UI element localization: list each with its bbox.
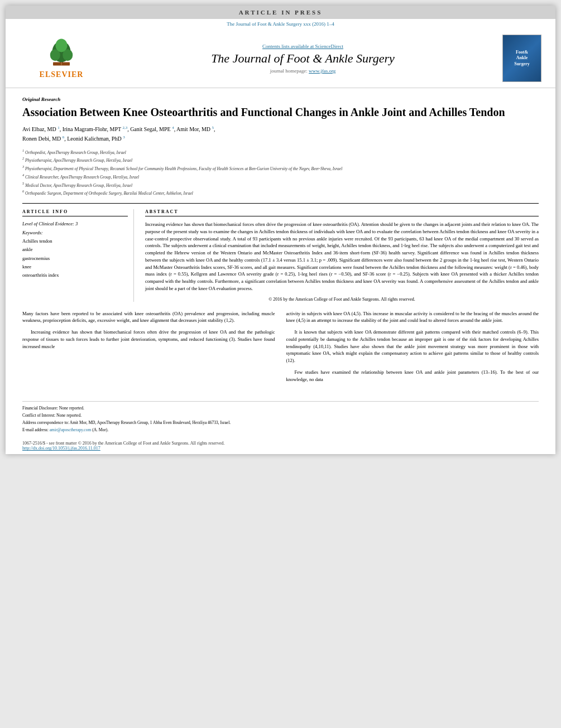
cover-text-line1: Foot& Ankle Surgery bbox=[514, 50, 530, 67]
body-column-1: Many factors have been reported to be as… bbox=[22, 310, 275, 388]
journal-header-center: Contents lists available at ScienceDirec… bbox=[106, 41, 500, 76]
article-section-label: Original Research bbox=[22, 97, 539, 102]
journal-ref-text: The Journal of Foot & Ankle Surgery xxx … bbox=[227, 21, 334, 27]
keywords-list: Achilles tendon ankle gastrocnemius knee… bbox=[22, 237, 128, 279]
banner-text: ARTICLE IN PRESS bbox=[239, 9, 323, 16]
body-para-3: activity in subjects with knee OA (4,5).… bbox=[286, 310, 539, 325]
address-correspondence: Address correspondence to: Amit Mor, MD,… bbox=[22, 420, 539, 426]
footer-issn: 1067-2516/$ - see front matter © 2016 by… bbox=[22, 441, 224, 451]
email-line: E-mail address: amir@aposctherapy.com (A… bbox=[22, 427, 539, 433]
keyword-4: knee bbox=[22, 263, 128, 271]
conflict-of-interest: Conflict of Interest: None reported. bbox=[22, 412, 539, 419]
affiliations: 1 Orthopedist, AposTherapy Research Grou… bbox=[22, 148, 539, 197]
journal-cover: Foot& Ankle Surgery bbox=[500, 35, 544, 82]
financial-disclosure: Financial Disclosure: None reported. bbox=[22, 405, 539, 412]
elsevier-brand-text: ELSEVIER bbox=[40, 70, 84, 79]
author-1: Avi Elbaz, MD 1, bbox=[22, 126, 63, 132]
keywords-label: Keywords: bbox=[22, 230, 128, 235]
keyword-2: ankle bbox=[22, 245, 128, 254]
affiliation-2: 2 Physiotherapist, AposTherapy Research … bbox=[22, 156, 539, 163]
email-suffix: (A. Mor). bbox=[92, 427, 108, 432]
elsevier-logo-area: ELSEVIER bbox=[17, 37, 106, 79]
keyword-3: gastrocnemius bbox=[22, 254, 128, 263]
contents-label: Contents lists available at bbox=[262, 44, 315, 49]
body-para-1: Many factors have been reported to be as… bbox=[22, 310, 275, 325]
abstract-text: Increasing evidence has shown that biome… bbox=[145, 221, 539, 292]
homepage-label: journal homepage: bbox=[270, 68, 309, 74]
footer-issn-text: 1067-2516/$ - see front matter © 2016 by… bbox=[22, 441, 224, 446]
abstract-copyright: © 2016 by the American College of Foot a… bbox=[145, 297, 539, 302]
affiliation-5: 5 Medical Doctor, AposTherapy Research G… bbox=[22, 181, 539, 189]
author-2: Irina Magram-Flohr, MPT 2,3, bbox=[63, 126, 130, 132]
sciencedirect-link: Contents lists available at ScienceDirec… bbox=[117, 44, 488, 49]
keyword-1: Achilles tendon bbox=[22, 237, 128, 245]
journal-header: ELSEVIER Contents lists available at Sci… bbox=[6, 29, 555, 88]
svg-point-4 bbox=[56, 38, 68, 52]
footnotes-area: Financial Disclosure: None reported. Con… bbox=[22, 401, 539, 437]
author-6: Leonid Kalichman, PhD 3 bbox=[67, 136, 124, 142]
article-in-press-banner: ARTICLE IN PRESS bbox=[6, 6, 555, 19]
affiliation-3: 3 Physiotherapist, Department of Physica… bbox=[22, 164, 539, 172]
abstract-column: ABSTRACT Increasing evidence has shown t… bbox=[145, 209, 539, 302]
abstract-header: ABSTRACT bbox=[145, 209, 539, 216]
footer-doi-link[interactable]: http://dx.doi.org/10.1053/j.jfas.2016.11… bbox=[22, 446, 100, 451]
author-5: Ronen Debi, MD 6, bbox=[22, 136, 67, 142]
sciencedirect-text[interactable]: ScienceDirect bbox=[315, 44, 343, 49]
page: ARTICLE IN PRESS The Journal of Foot & A… bbox=[6, 6, 555, 454]
journal-homepage: journal homepage: www.jfas.org bbox=[117, 68, 488, 74]
authors-line: Avi Elbaz, MD 1, Irina Magram-Flohr, MPT… bbox=[22, 125, 539, 143]
journal-ref-line: The Journal of Foot & Ankle Surgery xxx … bbox=[6, 19, 555, 29]
journal-title: The Journal of Foot & Ankle Surgery bbox=[117, 51, 488, 66]
keyword-5: osteoarthritis index bbox=[22, 271, 128, 279]
article-info-column: ARTICLE INFO Level of Clinical Evidence:… bbox=[22, 209, 134, 302]
article-info-header: ARTICLE INFO bbox=[22, 209, 128, 216]
affiliation-6: 6 Orthopaedic Surgeon, Department of Ort… bbox=[22, 189, 539, 196]
body-section: Many factors have been reported to be as… bbox=[22, 310, 539, 388]
body-para-5: Few studies have examined the relationsh… bbox=[286, 369, 539, 383]
body-column-2: activity in subjects with knee OA (4,5).… bbox=[286, 310, 539, 388]
author-3: Ganit Segal, MPE 4, bbox=[130, 126, 176, 132]
author-4: Amit Mor, MD 5, bbox=[176, 126, 215, 132]
affiliation-4: 4 Clinical Researcher, AposTherapy Resea… bbox=[22, 172, 539, 180]
article-title: Association Between Knee Osteoarthritis … bbox=[22, 105, 539, 119]
level-of-evidence: Level of Clinical Evidence: 3 bbox=[22, 221, 128, 226]
elsevier-tree-icon bbox=[45, 37, 78, 68]
page-footer: 1067-2516/$ - see front matter © 2016 by… bbox=[6, 437, 555, 454]
journal-cover-box: Foot& Ankle Surgery bbox=[502, 35, 541, 82]
homepage-url[interactable]: www.jfas.org bbox=[309, 68, 335, 74]
email-label: E-mail address: bbox=[22, 427, 50, 432]
body-para-2: Increasing evidence has shown that biome… bbox=[22, 329, 275, 350]
content-area: Original Research Association Between Kn… bbox=[6, 88, 555, 401]
email-link[interactable]: amir@aposctherapy.com bbox=[50, 427, 92, 432]
affiliation-1: 1 Orthopedist, AposTherapy Research Grou… bbox=[22, 148, 539, 156]
body-para-4: It is known that subjects with knee OA d… bbox=[286, 329, 539, 364]
article-info-abstract-section: ARTICLE INFO Level of Clinical Evidence:… bbox=[22, 203, 539, 302]
